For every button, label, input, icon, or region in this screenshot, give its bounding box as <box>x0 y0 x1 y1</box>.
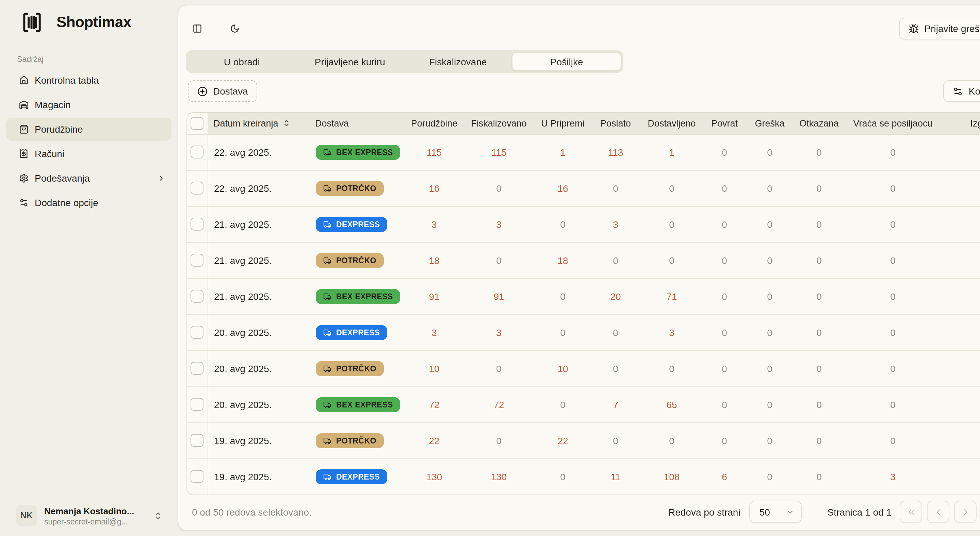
add-delivery-button[interactable]: Dostava <box>188 80 258 102</box>
truck-icon <box>323 400 331 408</box>
count-cell: 18 <box>532 242 593 278</box>
count-cell: 3 <box>403 314 466 350</box>
count-cell: 0 <box>706 206 743 242</box>
count-cell: 0 <box>743 206 796 242</box>
row-checkbox[interactable] <box>191 398 204 411</box>
user-menu[interactable]: NK Nemanja Kostadino... super-secret-ema… <box>0 505 178 536</box>
report-bug-button[interactable]: Prijavite grešku <box>899 18 980 40</box>
chevron-down-icon <box>786 508 794 516</box>
column-header-otkazana: Otkazana <box>796 113 842 134</box>
sidebar-item-label: Podešavanja <box>35 173 90 184</box>
sidebar-item-label: Kontrolna tabla <box>35 75 99 86</box>
count-cell: 0 <box>842 134 944 170</box>
clipped-cell <box>944 206 980 242</box>
sidebar-item-dodatne-opcije[interactable]: Dodatne opcije <box>6 191 172 214</box>
count-cell: 1 <box>532 134 593 170</box>
column-header-datum[interactable]: Datum kreiranja <box>208 113 310 134</box>
row-carrier-cell: POTRČKO <box>310 242 403 278</box>
row-checkbox[interactable] <box>191 362 204 375</box>
prev-page-button[interactable] <box>927 501 950 523</box>
truck-icon <box>323 328 331 336</box>
count-cell: 0 <box>743 134 796 170</box>
column-header-vraca-se: Vraća se posiljaocu <box>842 113 944 134</box>
brand-row: Shoptimax <box>0 0 178 34</box>
count-cell: 0 <box>842 314 944 350</box>
count-cell: 16 <box>532 170 593 206</box>
truck-icon <box>323 220 331 228</box>
columns-button[interactable]: Kolone <box>943 80 980 102</box>
count-cell: 65 <box>638 386 706 422</box>
sidebar-item-racuni[interactable]: Računi <box>6 142 172 165</box>
row-select-cell <box>187 422 208 458</box>
count-cell: 16 <box>403 170 466 206</box>
count-cell: 0 <box>796 458 842 495</box>
row-checkbox[interactable] <box>191 254 204 266</box>
column-header-fiskalizovano: Fiskalizovano <box>466 113 532 134</box>
carrier-badge: BEX EXPRESS <box>316 289 401 304</box>
row-checkbox[interactable] <box>191 470 204 483</box>
avatar: NK <box>16 505 37 526</box>
table-body: 22. avg 2025. BEX EXPRESS 11511511131000… <box>187 134 980 495</box>
gear-icon <box>19 173 29 183</box>
row-carrier-cell: BEX EXPRESS <box>310 386 403 422</box>
count-cell: 10 <box>403 350 466 386</box>
actions-row: Dostava Kolone <box>178 80 980 102</box>
carrier-badge: DEXPRESS <box>316 325 387 340</box>
tab-fiskalizovane[interactable]: Fiskalizovane <box>404 52 512 71</box>
row-date: 22. avg 2025. <box>208 170 310 206</box>
count-cell: 0 <box>638 422 706 458</box>
user-meta: Nemanja Kostadino... super-secret-email@… <box>44 506 147 525</box>
rows-per-page-select[interactable]: 50 <box>749 501 802 523</box>
count-cell: 0 <box>796 278 842 314</box>
sidebar-item-porudzbine[interactable]: Porudžbine <box>6 118 172 141</box>
carrier-badge: DEXPRESS <box>316 469 387 484</box>
panel-left-icon <box>192 24 202 33</box>
rows-per-page-value: 50 <box>759 506 770 517</box>
column-header-poslato: Poslato <box>593 113 638 134</box>
row-carrier-cell: DEXPRESS <box>310 314 403 350</box>
sidebar-toggle-button[interactable] <box>188 19 207 38</box>
circle-plus-icon <box>197 86 208 96</box>
row-date: 19. avg 2025. <box>208 458 310 495</box>
carrier-label: DEXPRESS <box>336 328 380 336</box>
carrier-label: POTRČKO <box>336 256 376 264</box>
tab-prijavljene-kuriru[interactable]: Prijavljene kuriru <box>296 52 404 71</box>
carrier-label: DEXPRESS <box>336 473 380 481</box>
count-cell: 0 <box>706 134 743 170</box>
row-select-cell <box>187 278 208 314</box>
column-header-dostavljeno: Dostavljeno <box>638 113 706 134</box>
row-carrier-cell: DEXPRESS <box>310 206 403 242</box>
rows-per-page-label: Redova po strani <box>668 506 740 517</box>
warehouse-icon <box>19 100 29 109</box>
row-checkbox[interactable] <box>191 182 204 195</box>
count-cell: 0 <box>638 350 706 386</box>
count-cell: 0 <box>796 134 842 170</box>
tab-posiljke[interactable]: Pošiljke <box>512 52 622 71</box>
dark-mode-toggle-button[interactable] <box>225 19 244 38</box>
first-page-button[interactable] <box>900 501 922 523</box>
next-page-button[interactable] <box>954 501 977 523</box>
sidebar-item-magacin[interactable]: Magacin <box>6 93 172 116</box>
table-row: 19. avg 2025. POTRČKO 22022000000 <box>187 422 980 458</box>
clipped-cell <box>944 458 980 495</box>
table-row: 21. avg 2025. POTRČKO 18018000000 <box>187 242 980 278</box>
row-checkbox[interactable] <box>191 326 204 339</box>
sidebar-item-kontrolna-tabla[interactable]: Kontrolna tabla <box>6 69 172 92</box>
row-checkbox[interactable] <box>191 434 204 447</box>
count-cell: 0 <box>706 314 743 350</box>
sidebar-item-podesavanja[interactable]: Podešavanja <box>6 167 172 190</box>
count-cell: 3 <box>466 314 532 350</box>
select-all-checkbox[interactable] <box>191 117 204 130</box>
row-select-cell <box>187 458 208 495</box>
row-carrier-cell: BEX EXPRESS <box>310 134 403 170</box>
row-checkbox[interactable] <box>191 290 204 303</box>
count-cell: 0 <box>743 242 796 278</box>
row-checkbox[interactable] <box>191 218 204 231</box>
carrier-badge: BEX EXPRESS <box>316 397 401 412</box>
row-checkbox[interactable] <box>191 146 204 159</box>
column-header-dostava: Dostava <box>310 113 403 134</box>
receipt-icon <box>19 149 29 159</box>
tab-u-obradi[interactable]: U obradi <box>188 52 296 71</box>
clipped-cell <box>944 242 980 278</box>
carrier-badge: POTRČKO <box>316 433 384 448</box>
